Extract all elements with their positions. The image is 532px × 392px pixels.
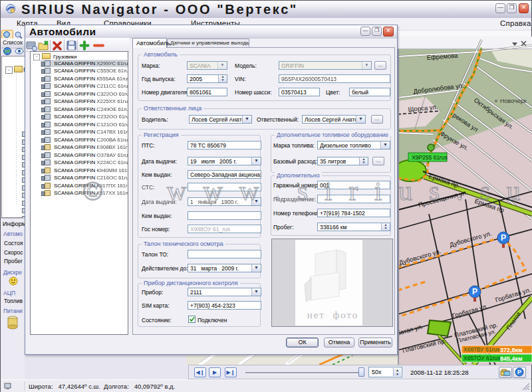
svg-text:372,8км: 372,8км [500,347,523,353]
svg-text:Х857ОУ 61rus: Х857ОУ 61rus [464,355,500,361]
svg-text:845,4км: 845,4км [500,355,523,362]
svg-text:P: P [517,369,521,375]
svg-text:Х687ВУ 61rus: Х687ВУ 61rus [464,346,499,353]
svg-text:Х9Р255 61rus: Х9Р255 61rus [412,154,448,161]
svg-text:Новочерк: Новочерк [500,98,527,104]
